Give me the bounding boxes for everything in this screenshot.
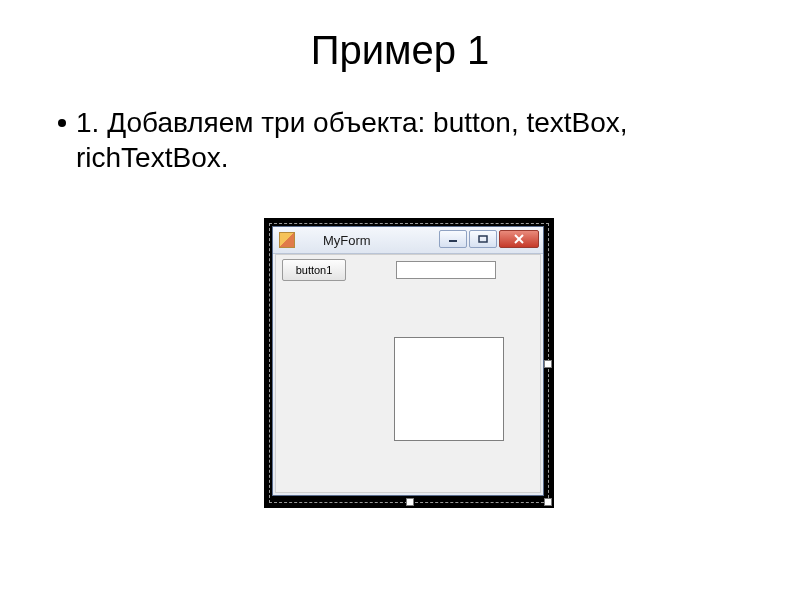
slide-title: Пример 1 bbox=[0, 0, 800, 73]
svg-rect-1 bbox=[479, 236, 487, 242]
maximize-button[interactable] bbox=[469, 230, 497, 248]
button1-label: button1 bbox=[296, 264, 333, 276]
maximize-icon bbox=[478, 235, 488, 243]
form-icon bbox=[279, 232, 295, 248]
minimize-button[interactable] bbox=[439, 230, 467, 248]
window-controls bbox=[437, 230, 539, 248]
titlebar[interactable]: MyForm bbox=[273, 227, 543, 254]
bullet-marker-icon bbox=[58, 119, 66, 127]
richtextbox[interactable] bbox=[394, 337, 504, 441]
button1[interactable]: button1 bbox=[282, 259, 346, 281]
textbox[interactable] bbox=[396, 261, 496, 279]
form-client-area: button1 bbox=[275, 254, 541, 493]
minimize-icon bbox=[448, 235, 458, 243]
close-icon bbox=[513, 234, 525, 244]
resize-handle-right-icon[interactable] bbox=[544, 360, 552, 368]
close-button[interactable] bbox=[499, 230, 539, 248]
form-designer-screenshot: MyForm button1 bbox=[264, 218, 554, 508]
winform-window: MyForm button1 bbox=[272, 226, 544, 496]
resize-handle-corner-icon[interactable] bbox=[544, 498, 552, 506]
resize-handle-bottom-icon[interactable] bbox=[406, 498, 414, 506]
bullet-item: 1. Добавляем три объекта: button, textBo… bbox=[58, 105, 742, 175]
bullet-text: 1. Добавляем три объекта: button, textBo… bbox=[76, 105, 742, 175]
bullet-list: 1. Добавляем три объекта: button, textBo… bbox=[58, 105, 742, 175]
slide: Пример 1 1. Добавляем три объекта: butto… bbox=[0, 0, 800, 600]
window-title: MyForm bbox=[323, 233, 371, 248]
